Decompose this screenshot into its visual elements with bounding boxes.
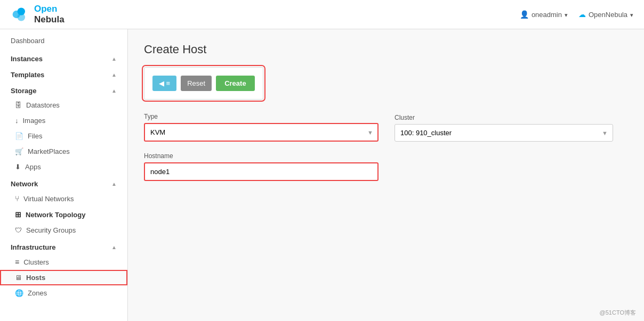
cloud-caret-icon [630,11,633,19]
templates-chevron-icon: ▲ [111,72,117,78]
sidebar-item-files[interactable]: Files [0,128,127,144]
sidebar-item-security-groups[interactable]: Security Groups [0,223,127,238]
svg-point-2 [18,13,25,21]
sidebar-item-virtual-networks[interactable]: Virtual Networks [0,191,127,207]
files-label: Files [28,132,42,140]
sg-icon [15,226,22,234]
sidebar-item-dashboard[interactable]: Dashboard [0,32,127,50]
instances-chevron-icon: ▲ [111,56,117,62]
marketplaces-label: MarketPlaces [28,147,70,155]
sidebar-section-infrastructure[interactable]: Infrastructure ▲ [0,238,127,254]
type-select[interactable]: KVM LXC Custom [144,123,379,142]
main-layout: Dashboard Instances ▲ Templates ▲ Storag… [0,29,644,321]
create-button[interactable]: Create [216,76,254,91]
cloud-label: OpenNebula [589,11,627,19]
hosts-label: Hosts [26,274,45,282]
sidebar-item-network-topology[interactable]: Network Topology [0,207,127,223]
sidebar-section-network[interactable]: Network ▲ [0,175,127,191]
sidebar-item-datastores[interactable]: Datastores [0,97,127,113]
header-right: oneadmin OpenNebula [520,10,633,19]
datastores-label: Datastores [26,101,60,109]
clusters-icon [15,258,19,266]
page-title: Create Host [144,43,628,56]
sg-label: Security Groups [26,226,76,234]
clusters-label: Clusters [23,258,49,266]
storage-label: Storage [11,87,36,95]
sidebar-section-templates[interactable]: Templates ▲ [0,65,127,81]
sidebar-section-instances[interactable]: Instances ▲ [0,50,127,65]
logo-icon [11,5,30,24]
vnet-label: Virtual Networks [23,195,74,203]
cluster-select-wrapper: 100: 910_cluster ▼ [395,124,613,142]
sidebar-item-marketplaces[interactable]: MarketPlaces [0,144,127,159]
network-chevron-icon: ▲ [111,181,117,187]
apps-label: Apps [25,163,41,171]
infra-chevron-icon: ▲ [111,244,117,250]
reset-button[interactable]: Reset [181,76,212,91]
images-icon [15,117,19,125]
form-row-type-cluster: Type KVM LXC Custom ▼ Cluster 100: 910_c… [144,113,628,142]
apps-icon [15,163,21,171]
cluster-label: Cluster [395,114,613,121]
cloud-icon [578,10,586,19]
user-icon [520,10,529,19]
sidebar-item-hosts[interactable]: Hosts [0,270,127,285]
vnet-icon [15,194,19,203]
type-select-wrapper: KVM LXC Custom ▼ [144,123,379,142]
datastores-icon [15,101,22,109]
instances-label: Instances [11,55,43,63]
cluster-group: Cluster 100: 910_cluster ▼ [395,114,613,142]
images-label: Images [23,117,46,125]
top-header: OpenNebula oneadmin OpenNebula [0,0,644,29]
dashboard-label: Dashboard [11,37,45,45]
footer-watermark: @51CTO博客 [600,309,636,317]
form-row-hostname: Hostname [144,152,628,181]
back-button[interactable]: ◀ ≡ [152,76,176,91]
network-label: Network [11,180,38,188]
sidebar: Dashboard Instances ▲ Templates ▲ Storag… [0,29,128,321]
topology-label: Network Topology [26,211,85,219]
marketplace-icon [15,147,23,155]
storage-chevron-icon: ▲ [111,88,117,94]
topology-icon [15,210,21,219]
user-menu[interactable]: oneadmin [520,10,568,19]
files-icon [15,132,23,140]
zones-label: Zones [28,289,47,297]
toolbar: ◀ ≡ Reset Create [144,67,263,100]
templates-label: Templates [11,71,44,79]
type-label: Type [144,113,379,120]
cluster-select[interactable]: 100: 910_cluster [395,124,613,142]
sidebar-item-images[interactable]: Images [0,113,127,128]
hosts-icon [15,274,22,282]
content-area: Create Host ◀ ≡ Reset Create Type KVM LX… [128,29,644,321]
infrastructure-label: Infrastructure [11,243,56,251]
hostname-input[interactable] [144,162,379,181]
hostname-label: Hostname [144,152,379,160]
sidebar-item-apps[interactable]: Apps [0,159,127,175]
type-group: Type KVM LXC Custom ▼ [144,113,379,142]
sidebar-item-zones[interactable]: Zones [0,285,127,301]
zones-icon [15,289,23,297]
hostname-group: Hostname [144,152,379,181]
sidebar-item-clusters[interactable]: Clusters [0,254,127,270]
user-caret-icon [565,11,568,19]
logo-text: OpenNebula [34,4,65,26]
back-icon: ◀ ≡ [159,79,170,87]
user-label: oneadmin [532,11,562,19]
logo: OpenNebula [11,4,65,26]
sidebar-section-storage[interactable]: Storage ▲ [0,81,127,97]
cloud-menu[interactable]: OpenNebula [578,10,633,19]
